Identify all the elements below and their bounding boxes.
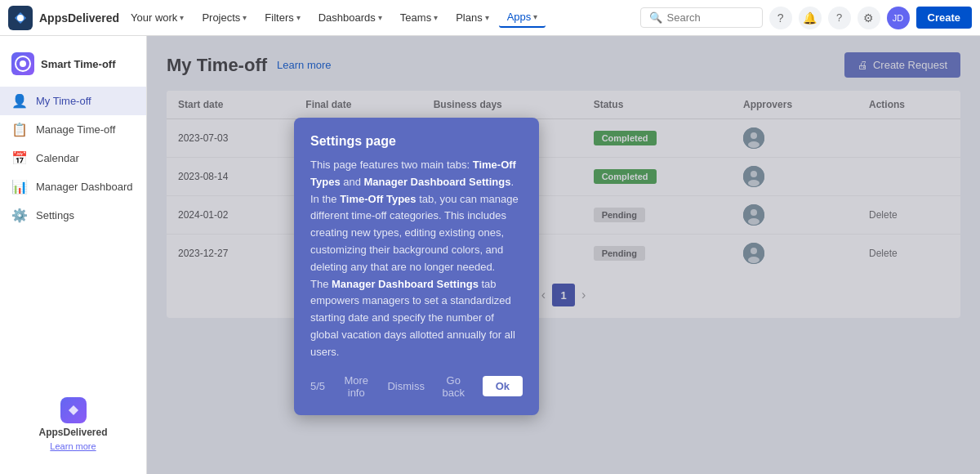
nav-teams[interactable]: Teams ▾ [392,8,446,27]
popup-dismiss-button[interactable]: Dismiss [387,380,425,392]
create-button[interactable]: Create [916,7,972,29]
chevron-down-icon: ▾ [180,13,184,22]
popup-more-info-button[interactable]: More info [335,374,377,399]
nav-your-work[interactable]: Your work ▾ [122,8,192,27]
chevron-down-icon: ▾ [243,13,247,22]
sidebar-item-my-time-off[interactable]: 👤 My Time-off [0,87,146,115]
nav-filters[interactable]: Filters ▾ [256,8,308,27]
chevron-down-icon: ▾ [485,13,489,22]
user-avatar[interactable]: JD [887,7,910,29]
footer-logo-icon [60,397,87,423]
footer-app-name: AppsDelivered [38,427,107,438]
help-docs-icon[interactable]: ? [828,7,851,29]
sidebar-item-settings[interactable]: ⚙️ Settings [0,201,146,230]
settings-popup: Settings page This page features two mai… [294,118,539,415]
svg-point-1 [17,15,24,21]
calendar-icon: 📅 [11,150,28,166]
search-icon: 🔍 [649,11,662,24]
main-layout: Smart Time-off 👤 My Time-off 📋 Manage Ti… [0,36,980,474]
sidebar-logo-icon [11,52,34,75]
popup-body: This page features two main tabs: Time-O… [310,157,523,361]
app-name: AppsDelivered [39,11,119,25]
sidebar: Smart Time-off 👤 My Time-off 📋 Manage Ti… [0,36,147,474]
svg-point-3 [20,60,26,67]
chevron-down-icon: ▾ [378,13,382,22]
top-navigation: AppsDelivered Your work ▾ Projects ▾ Fil… [0,0,980,36]
settings-menu-icon: ⚙️ [11,208,28,223]
sidebar-item-manager-dashboard[interactable]: 📊 Manager Dashboard [0,172,146,201]
popup-overlay[interactable] [147,36,980,474]
chevron-down-icon: ▾ [296,13,301,22]
sidebar-header: Smart Time-off [0,46,146,87]
app-logo-icon [8,6,33,30]
popup-counter: 5/5 [310,380,325,392]
notification-icon[interactable]: 🔔 [799,7,822,29]
nav-menu: Your work ▾ Projects ▾ Filters ▾ Dashboa… [122,7,636,28]
settings-icon[interactable]: ⚙ [858,7,880,29]
popup-ok-button[interactable]: Ok [483,376,523,396]
chevron-down-icon: ▾ [434,13,438,22]
popup-go-back-button[interactable]: Go back [434,374,473,399]
sidebar-item-manage-time-off[interactable]: 📋 Manage Time-off [0,115,146,144]
sidebar-item-calendar[interactable]: 📅 Calendar [0,144,146,172]
popup-title: Settings page [310,134,523,149]
popup-footer: 5/5 More info Dismiss Go back Ok [310,374,523,399]
footer-learn-more-link[interactable]: Learn more [50,441,96,451]
nav-apps[interactable]: Apps ▾ [499,7,546,28]
manager-dashboard-icon: 📊 [11,179,28,195]
nav-dashboards[interactable]: Dashboards ▾ [310,8,390,27]
sidebar-footer: AppsDelivered Learn more [0,384,146,464]
help-icon[interactable]: ? [769,7,792,29]
nav-plans[interactable]: Plans ▾ [448,8,497,27]
manage-time-off-icon: 📋 [11,122,28,137]
chevron-down-icon: ▾ [533,12,537,21]
my-time-off-icon: 👤 [11,93,28,109]
main-content: My Time-off Learn more 🖨 Create Request … [147,36,980,474]
search-box: 🔍 [640,7,763,28]
nav-projects[interactable]: Projects ▾ [194,8,255,27]
sidebar-title: Smart Time-off [41,58,116,70]
search-input[interactable] [667,11,749,24]
